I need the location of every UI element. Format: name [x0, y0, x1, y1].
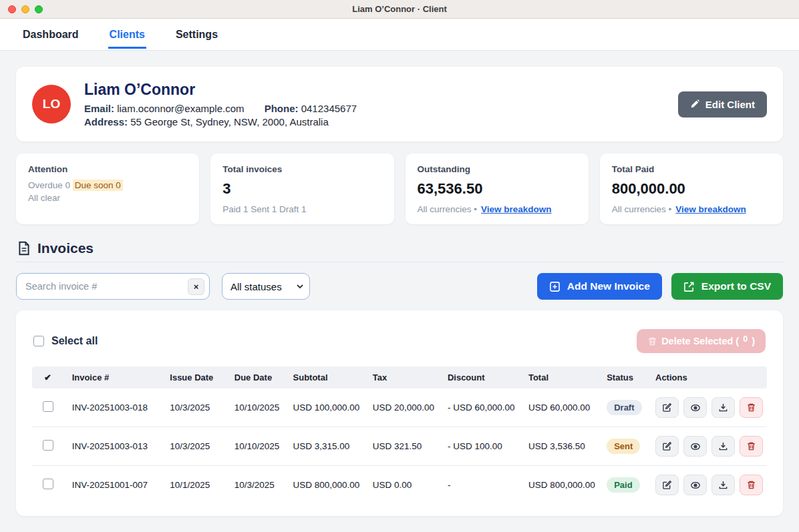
export-icon — [683, 281, 695, 292]
edit-client-button[interactable]: Edit Client — [678, 91, 767, 117]
status-filter-wrap: All statuses — [222, 273, 310, 300]
status-filter-select[interactable]: All statuses — [222, 273, 310, 300]
table-row: INV-20251001-007 10/1/2025 10/3/2025 USD… — [32, 466, 767, 505]
invoice-number: INV-20251003-018 — [72, 388, 170, 427]
traffic-lights — [8, 5, 43, 13]
view-breakdown-link[interactable]: View breakdown — [481, 204, 552, 214]
download-invoice-button[interactable] — [711, 436, 735, 457]
client-address-line: Address: 55 George St, Sydney, NSW, 2000… — [84, 116, 678, 127]
stat-title: Total invoices — [222, 164, 381, 174]
address-label: Address: — [84, 116, 128, 127]
col-invoice: Invoice # — [72, 366, 170, 388]
edit-invoice-button[interactable] — [655, 397, 679, 418]
export-to-csv-button[interactable]: Export to CSV — [671, 273, 783, 300]
all-currencies-note: All currencies • — [418, 204, 478, 214]
stat-card-outstanding: Outstanding 63,536.50 All currencies • V… — [406, 154, 589, 224]
download-invoice-button[interactable] — [711, 397, 735, 418]
issue-date: 10/1/2025 — [170, 466, 234, 505]
main-content: LO Liam O’Connor Email: liam.oconnor@exa… — [0, 51, 799, 516]
subtotal: USD 100,000.00 — [293, 388, 373, 427]
status-badge: Paid — [607, 477, 639, 493]
phone-label: Phone: — [265, 103, 299, 114]
view-invoice-button[interactable] — [683, 397, 707, 418]
invoices-table: ✔ Invoice # Issue Date Due Date Subtotal… — [32, 366, 767, 504]
invoice-breakdown: Paid 1 Sent 1 Draft 1 — [222, 204, 381, 214]
delete-invoice-button[interactable] — [740, 475, 763, 495]
total: USD 3,536.50 — [528, 427, 607, 466]
avatar: LO — [32, 85, 71, 123]
issue-date: 10/3/2025 — [170, 388, 234, 427]
address-value: 55 George St, Sydney, NSW, 2000, Austral… — [130, 116, 329, 127]
pencil-icon — [690, 99, 699, 109]
view-breakdown-link[interactable]: View breakdown — [675, 204, 746, 214]
plus-square-icon — [549, 281, 561, 292]
all-clear-text: All clear — [28, 193, 187, 203]
row-checkbox[interactable] — [43, 401, 53, 412]
edit-client-label: Edit Client — [705, 99, 755, 110]
delete-invoice-button[interactable] — [740, 436, 763, 457]
export-to-csv-label: Export to CSV — [701, 280, 771, 292]
nav-tab-clients[interactable]: Clients — [108, 21, 146, 49]
select-all-control: Select all — [33, 335, 98, 347]
zoom-window-icon[interactable] — [35, 5, 43, 13]
minimize-window-icon[interactable] — [21, 5, 29, 13]
window-title: Liam O’Connor · Client — [352, 4, 447, 14]
delete-selected-count: 0 — [743, 334, 748, 344]
stat-title: Attention — [28, 164, 187, 174]
col-check: ✔ — [32, 366, 72, 388]
section-divider — [16, 262, 783, 262]
download-invoice-button[interactable] — [711, 475, 735, 495]
attention-line: Overdue 0 Due soon 0 — [28, 180, 187, 190]
due-date: 10/3/2025 — [234, 466, 293, 505]
close-window-icon[interactable] — [8, 5, 16, 13]
delete-selected-button[interactable]: Delete Selected ( 0 ) — [637, 329, 766, 353]
stat-card-total-paid: Total Paid 800,000.00 All currencies • V… — [600, 154, 783, 224]
col-tax: Tax — [373, 366, 448, 388]
due-date: 10/10/2025 — [234, 388, 293, 427]
status-badge: Sent — [607, 439, 640, 454]
discount: - USD 100.00 — [448, 427, 528, 466]
total-paid-footer: All currencies • View breakdown — [612, 204, 771, 214]
document-icon — [17, 241, 31, 256]
search-input[interactable] — [16, 273, 210, 300]
due-soon-badge: Due soon 0 — [73, 180, 123, 191]
col-issue-date: Issue Date — [170, 366, 234, 388]
client-name: Liam O’Connor — [84, 81, 678, 99]
delete-invoice-button[interactable] — [740, 397, 763, 418]
row-actions — [655, 475, 763, 495]
client-card: LO Liam O’Connor Email: liam.oconnor@exa… — [16, 67, 783, 142]
view-invoice-button[interactable] — [683, 436, 707, 457]
tax: USD 321.50 — [373, 427, 448, 466]
row-checkbox[interactable] — [43, 479, 53, 489]
stats-row: Attention Overdue 0 Due soon 0 All clear… — [16, 154, 783, 224]
nav-tab-settings[interactable]: Settings — [174, 21, 219, 49]
trash-icon — [647, 336, 657, 346]
nav-tab-dashboard[interactable]: Dashboard — [21, 21, 80, 49]
status-badge: Draft — [607, 400, 641, 415]
outstanding-value: 63,536.50 — [418, 180, 577, 198]
invoice-number: INV-20251001-007 — [72, 466, 170, 505]
subtotal: USD 3,315.00 — [293, 427, 373, 466]
add-new-invoice-button[interactable]: Add New Invoice — [537, 273, 662, 300]
delete-selected-suffix: ) — [752, 336, 755, 346]
edit-invoice-button[interactable] — [655, 436, 679, 457]
clear-search-button[interactable]: × — [188, 278, 204, 295]
delete-selected-label: Delete Selected ( — [661, 336, 739, 346]
tax: USD 20,000.00 — [373, 388, 448, 427]
row-checkbox[interactable] — [43, 440, 53, 451]
overdue-count: Overdue 0 — [28, 180, 70, 190]
all-currencies-note: All currencies • — [612, 204, 672, 214]
select-all-checkbox[interactable] — [33, 336, 44, 346]
edit-invoice-button[interactable] — [655, 475, 679, 495]
view-invoice-button[interactable] — [683, 475, 707, 495]
window-titlebar: Liam O’Connor · Client — [0, 0, 799, 19]
client-info: Liam O’Connor Email: liam.oconnor@exampl… — [84, 81, 678, 127]
total: USD 60,000.00 — [528, 388, 607, 427]
select-all-label: Select all — [51, 335, 98, 347]
invoice-number: INV-20251003-013 — [72, 427, 170, 466]
stat-title: Outstanding — [418, 164, 577, 174]
due-date: 10/10/2025 — [234, 427, 293, 466]
top-nav: Dashboard Clients Settings — [0, 19, 799, 51]
phone-value: 0412345677 — [301, 103, 357, 114]
invoices-heading: Invoices — [17, 240, 782, 256]
